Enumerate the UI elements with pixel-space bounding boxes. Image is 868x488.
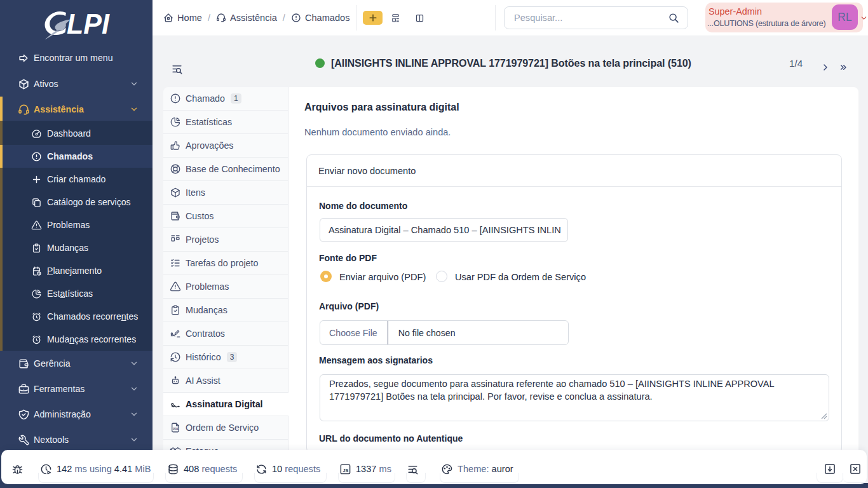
svg-text:JS: JS [343, 468, 349, 473]
svg-text:LPI: LPI [67, 10, 110, 40]
svg-text:PDF: PDF [173, 428, 179, 431]
